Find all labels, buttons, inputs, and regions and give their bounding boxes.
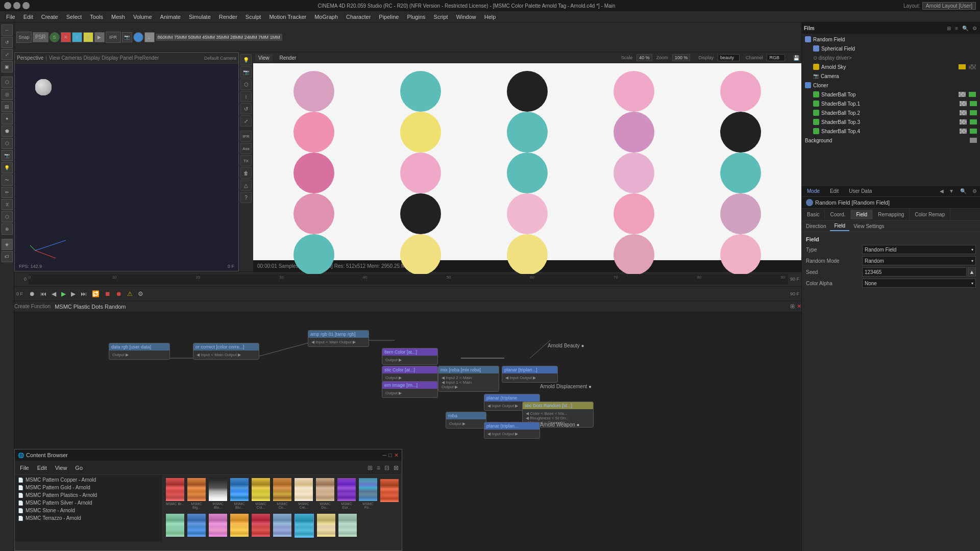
menu-motion-tracker[interactable]: Motion Tracker (265, 13, 310, 21)
tool-obj2[interactable]: ◎ (2, 89, 13, 100)
transport-warn[interactable]: ⚠ (125, 289, 135, 298)
tool-camera[interactable]: 📷 (2, 150, 13, 161)
swatch-col-4[interactable]: MSMC Col... (252, 478, 270, 509)
tool-mograph[interactable]: ⬡ (2, 211, 13, 222)
menu-edit[interactable]: Edit (19, 13, 37, 21)
transport-stop-red[interactable]: ⏹ (103, 289, 113, 298)
cb-menu-go[interactable]: Go (72, 464, 86, 472)
side-del[interactable]: 🗑 (240, 167, 252, 179)
toolbar-z[interactable]: Z (83, 32, 93, 42)
transport-record[interactable]: ⏺ (27, 289, 37, 298)
prop-tab-field[interactable]: Field (851, 210, 873, 219)
toolbar-blue-sphere[interactable] (133, 32, 143, 42)
cb-item-2[interactable]: 📄 MSMC Pattern Plastics - Arnold (16, 491, 161, 499)
swatch-col-3[interactable]: MSMC Blu... (230, 478, 249, 509)
tool-rotate[interactable]: ↺ (2, 37, 13, 48)
prop-tab-basic[interactable]: Basic (802, 210, 825, 219)
side-question[interactable]: ? (240, 192, 252, 203)
scene-item-shaderball-2[interactable]: ShaderBall Top.2 (803, 108, 979, 117)
swatch-col-8[interactable]: MSMC Eur... (337, 478, 356, 509)
toolbar-y[interactable]: Y (72, 32, 82, 42)
tool-obj6[interactable]: ⬡ (2, 138, 13, 149)
node-plastic-color[interactable]: stic Color [at...] Output ▶ (382, 366, 438, 383)
scene-item-random-field[interactable]: Random Field (803, 35, 979, 44)
toolbar-cam[interactable]: 📷 (122, 32, 132, 42)
swatch-col-r2-0[interactable] (380, 479, 399, 502)
node-color-correct[interactable]: or correct [color corre...] ◀ Input < Ma… (193, 343, 259, 360)
cb-menu-edit[interactable]: Edit (34, 464, 50, 472)
swatch-col-9[interactable]: MSMC Fo... (359, 478, 377, 509)
toolbar-l[interactable]: L (144, 32, 155, 42)
menu-create[interactable]: Create (37, 13, 62, 21)
cb-item-0[interactable]: 📄 MSMC Pattern Copper - Arnold (16, 476, 161, 484)
prop-settings-icon[interactable]: ⚙ (972, 188, 977, 194)
scene-item-background[interactable]: Background (803, 136, 979, 145)
toolbar-snap[interactable]: Snap (16, 32, 32, 43)
tool-scale[interactable]: ⤢ (2, 49, 13, 60)
cb-item-3[interactable]: 📄 MSMC Pattern Silver - Arnold (16, 499, 161, 507)
cb-item-4[interactable]: 📄 MSMC Stone - Arnold (16, 507, 161, 514)
minimize-button[interactable] (4, 2, 11, 9)
swatch-col-0[interactable]: MSMC Br... (166, 478, 184, 506)
viewport-canvas[interactable]: FPS: 142.9 0 F (15, 64, 238, 271)
prop-mode-tab[interactable]: Mode (804, 187, 823, 195)
side-rotate[interactable]: ↺ (240, 103, 252, 114)
render-channel-value[interactable]: RGB (767, 54, 785, 61)
toolbar-ipr[interactable]: IPR (106, 32, 121, 43)
node-close[interactable]: ✕ (797, 303, 801, 310)
node-planar1[interactable]: planar [triplan...] ◀ Input Output ▶ (502, 366, 558, 383)
cb-menu-view[interactable]: View (52, 464, 70, 472)
scene-item-arnold-sky[interactable]: Arnold Sky (803, 62, 979, 71)
render-zoom-value[interactable]: 100 % (672, 54, 691, 61)
tool-move[interactable]: ↔ (2, 24, 13, 36)
swatch-col-r2-3[interactable] (209, 514, 227, 537)
scene-icon-1[interactable]: ⊞ (947, 26, 951, 31)
menu-mograph[interactable]: MoGraph (310, 13, 342, 21)
transport-prev[interactable]: ◀ (50, 289, 58, 298)
scene-item-shaderball-4[interactable]: ShaderBall Top.4 (803, 127, 979, 136)
menu-select[interactable]: Select (62, 13, 86, 21)
prop-seed-value[interactable]: 123465 (862, 267, 967, 277)
cb-large-icon[interactable]: ⊠ (394, 464, 399, 471)
prop-arrow-icon[interactable]: ▼ (949, 188, 954, 194)
cb-maximize[interactable]: □ (388, 452, 392, 459)
prop-color-alpha-select[interactable]: None ▾ (862, 279, 976, 288)
menu-simulate[interactable]: Simulate (185, 13, 215, 21)
tool-material[interactable]: ◈ (2, 239, 13, 250)
scene-settings[interactable]: ⚙ (972, 26, 977, 31)
transport-next-key[interactable]: ⏭ (79, 289, 89, 298)
viewport-mode[interactable]: Perspective (17, 55, 43, 61)
layout-value[interactable]: Arnold Layout [User] (922, 2, 976, 10)
menu-character[interactable]: Character (342, 13, 375, 21)
transport-loop[interactable]: 🔁 (90, 289, 102, 298)
render-display-value[interactable]: beauty (718, 54, 740, 61)
swatch-col-r2-4[interactable] (230, 514, 249, 537)
tool-obj3[interactable]: ▤ (2, 101, 13, 112)
node-maximize[interactable]: ⊞ (790, 303, 795, 310)
prop-subtab-view[interactable]: View Settings (849, 222, 888, 231)
node-aov-input[interactable]: amp rgb 01 [tamp rgb] ◀ Input < Main Out… (308, 330, 369, 347)
cb-grid-icon[interactable]: ⊞ (368, 464, 373, 471)
transport-record-red[interactable]: ⏺ (114, 289, 124, 298)
menu-script[interactable]: Script (430, 13, 452, 21)
swatch-col-6[interactable]: MSMC Cre... (295, 478, 313, 509)
node-planar3[interactable]: planar (triplan... ◀ Input Output ▶ (484, 422, 540, 439)
cb-close[interactable]: ✕ (394, 452, 399, 459)
scene-item-shaderball-top[interactable]: ShaderBall Top (803, 90, 979, 99)
tool-select[interactable]: ▣ (2, 61, 13, 72)
prop-userdata-tab[interactable]: User Data (846, 187, 875, 195)
menu-pipeline[interactable]: Pipeline (375, 13, 403, 21)
swatch-col-7[interactable]: MSMC Du... (316, 478, 334, 509)
prop-seed-up[interactable]: ▲ (968, 267, 976, 277)
prop-subtab-field[interactable]: Field (830, 221, 849, 231)
menu-animate[interactable]: Animate (156, 13, 185, 21)
menu-sculpt[interactable]: Sculpt (241, 13, 265, 21)
node-mix-roba[interactable]: mix [roba [mix roba] ◀ Input 2 < Main ◀ … (438, 366, 499, 392)
node-image-film[interactable]: ern Image [im...] Output ▶ (382, 381, 438, 398)
cb-small-icon[interactable]: ⊟ (384, 464, 389, 471)
menu-help[interactable]: Help (480, 13, 500, 21)
timeline[interactable]: 0 0 10 20 30 40 50 60 70 80 90 (14, 271, 801, 287)
scene-item-shaderball-3[interactable]: ShaderBall Top.3 (803, 117, 979, 127)
transport-settings[interactable]: ⚙ (136, 289, 145, 298)
timeline-ruler[interactable]: 0 10 20 30 40 50 60 70 80 90 (29, 274, 788, 284)
